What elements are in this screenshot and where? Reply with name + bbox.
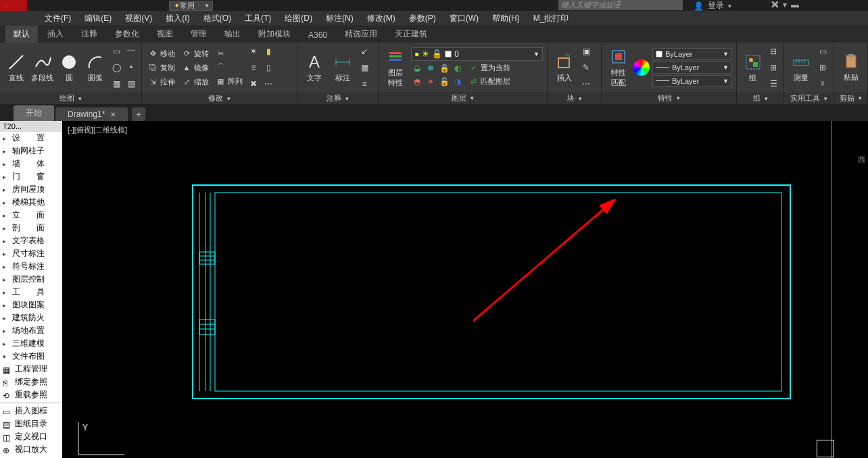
stretch-button[interactable]: ⇲拉伸	[146, 76, 177, 88]
sidebar-tool-zoom[interactable]: ⊕视口放大	[0, 443, 62, 456]
layer-iso-icon[interactable]: ◐	[452, 62, 464, 74]
menu-tools[interactable]: 工具(T)	[238, 11, 278, 26]
scale-button[interactable]: ⤢缩放	[180, 76, 211, 88]
sidebar-item-blocks[interactable]: ▸图块图案	[0, 299, 62, 311]
menu-view[interactable]: 视图(V)	[118, 11, 159, 26]
tab-tangent[interactable]: 天正建筑	[387, 26, 435, 43]
layer-lock-icon[interactable]: 🔒	[438, 62, 450, 74]
layer-unlock-icon[interactable]: 🔓	[438, 76, 450, 88]
calc-icon[interactable]: ⊞	[817, 61, 829, 74]
lineweight-selector[interactable]: ByLayer	[652, 61, 732, 74]
sidebar-item-layerctrl[interactable]: ▸图层控制	[0, 273, 62, 286]
rotate-button[interactable]: ⟳旋转	[180, 48, 211, 59]
sidebar-item-fire[interactable]: ▸建筑防火	[0, 311, 62, 324]
tab-view[interactable]: 视图	[149, 26, 181, 43]
sidebar-item-room[interactable]: ▸房间屋顶	[0, 183, 62, 196]
sidebar-item-dim[interactable]: ▸尺寸标注	[0, 247, 62, 260]
panel-title-layers[interactable]: 图层	[379, 92, 547, 104]
measure-button[interactable]: 测量	[788, 46, 814, 89]
edit-block-icon[interactable]: ✎	[580, 61, 592, 74]
tab-parametric[interactable]: 参数化	[107, 26, 147, 43]
point-icon[interactable]: •	[125, 61, 137, 74]
panel-title-draw[interactable]: 绘图	[0, 93, 141, 104]
fillet-button[interactable]: ⌒	[214, 62, 245, 73]
select-icon[interactable]: ▭	[817, 45, 829, 57]
quickcalc-icon[interactable]: ♯	[817, 78, 829, 90]
table-icon[interactable]: ▦	[358, 61, 370, 74]
tab-default[interactable]: 默认	[5, 26, 38, 43]
menu-dim[interactable]: 标注(N)	[319, 11, 360, 26]
group-edit-icon[interactable]: ⊞	[767, 61, 779, 74]
sidebar-tool-frame[interactable]: ▭插入图框	[0, 405, 62, 417]
new-tab-button[interactable]: ＋	[132, 107, 145, 121]
sidebar-tool-viewport[interactable]: ◫定义视口	[0, 430, 62, 443]
sidebar-item-elev[interactable]: ▸立 面	[0, 209, 62, 222]
sidebar-item-stair[interactable]: ▸楼梯其他	[0, 196, 62, 209]
region-icon[interactable]: ▧	[125, 78, 137, 90]
color-selector[interactable]: ByLayer	[652, 48, 732, 60]
tab-annotate[interactable]: 注释	[73, 26, 105, 43]
tab-drawing1[interactable]: Drawing1*✕	[55, 107, 128, 121]
rectangle-icon[interactable]: ▭	[110, 45, 122, 57]
panel-title-annotate[interactable]: 注释	[297, 93, 378, 104]
match-layer-button[interactable]: ⇄匹配图层	[466, 76, 512, 88]
sidebar-tool-project[interactable]: ▦工程管理	[0, 363, 62, 376]
create-block-icon[interactable]: ▣	[580, 45, 592, 57]
array-button[interactable]: ▦阵列	[214, 76, 245, 87]
close-tab-icon[interactable]: ✕	[110, 111, 116, 118]
sidebar-item-grid[interactable]: ▸轴网柱子	[0, 145, 62, 157]
dimension-button[interactable]: 标注	[330, 46, 356, 89]
panel-title-block[interactable]: 块	[548, 93, 601, 104]
ellipse-icon[interactable]: ◯	[110, 61, 122, 74]
sidebar-item-wall[interactable]: ▸墙 体	[0, 157, 62, 170]
menu-batchprint[interactable]: M_批打印	[527, 11, 576, 26]
menu-format[interactable]: 格式(O)	[197, 11, 238, 26]
tab-start[interactable]: 开始	[14, 105, 54, 121]
sidebar-tool-index[interactable]: ▤图纸目录	[0, 417, 62, 430]
move-button[interactable]: ✥移动	[146, 48, 177, 59]
insert-block-button[interactable]: 插入	[552, 46, 577, 89]
app-logo[interactable]	[0, 0, 27, 11]
group-button[interactable]: 组	[741, 46, 765, 89]
menu-insert[interactable]: 插入(I)	[159, 11, 196, 26]
attr-icon[interactable]: ⋯	[580, 78, 592, 90]
layer-properties-button[interactable]: 图层 特性	[383, 46, 408, 89]
tab-manage[interactable]: 管理	[183, 26, 215, 43]
modify-misc3-icon[interactable]: ⋯	[262, 78, 274, 90]
help-search-input[interactable]: 键入关键字或短语	[558, 0, 683, 10]
sidebar-item-site[interactable]: ▸场地布置	[0, 324, 62, 337]
hatch-icon[interactable]: ▦	[110, 78, 122, 90]
copy-button[interactable]: ⿻复制	[146, 62, 177, 74]
workspace-selector[interactable]: ✦ 常用	[169, 1, 213, 11]
tab-featured[interactable]: 精选应用	[337, 26, 385, 43]
sidebar-item-text[interactable]: ▸文字表格	[0, 234, 62, 247]
menu-help[interactable]: 帮助(H)	[485, 11, 527, 26]
paste-button[interactable]: 粘贴	[838, 46, 863, 89]
modify-misc1-icon[interactable]: ▮	[262, 45, 274, 57]
tab-output[interactable]: 输出	[216, 26, 249, 43]
leader-icon[interactable]: ↙	[358, 45, 370, 57]
layer-freeze-icon[interactable]: ❄	[425, 62, 437, 74]
viewcube-label[interactable]: 西	[858, 155, 865, 165]
minimize-icon[interactable]: ▬	[791, 0, 799, 9]
viewport-label[interactable]: [-][俯视][二维线框]	[68, 125, 127, 135]
match-properties-button[interactable]: 特性 匹配	[606, 46, 631, 89]
mirror-button[interactable]: ▲镜像	[180, 62, 211, 74]
color-wheel-icon[interactable]	[633, 59, 650, 76]
trim-button[interactable]: ✂	[214, 49, 245, 59]
layer-thaw-icon[interactable]: ✷	[425, 76, 437, 88]
tab-a360[interactable]: A360	[300, 28, 335, 43]
sidebar-item-tools[interactable]: ▸工 具	[0, 286, 62, 299]
mtext-icon[interactable]: ≡	[358, 78, 370, 90]
menu-file[interactable]: 文件(F)	[38, 11, 78, 26]
login-button[interactable]: 👤登录▾	[694, 0, 731, 11]
drawing-canvas[interactable]: [-][俯视][二维线框] 西 Y	[62, 121, 868, 458]
group-select-icon[interactable]: ☰	[767, 78, 779, 90]
panel-title-clipboard[interactable]: 剪贴	[834, 92, 867, 104]
panel-title-modify[interactable]: 修改	[142, 93, 297, 104]
modify-misc2-icon[interactable]: ▯	[262, 61, 274, 74]
circle-button[interactable]: 圆	[57, 46, 81, 89]
menu-modify[interactable]: 修改(M)	[360, 11, 402, 26]
exchange-icon[interactable]: 🗙	[771, 0, 779, 9]
sidebar-tool-bind[interactable]: ⎘绑定参照	[0, 376, 62, 388]
